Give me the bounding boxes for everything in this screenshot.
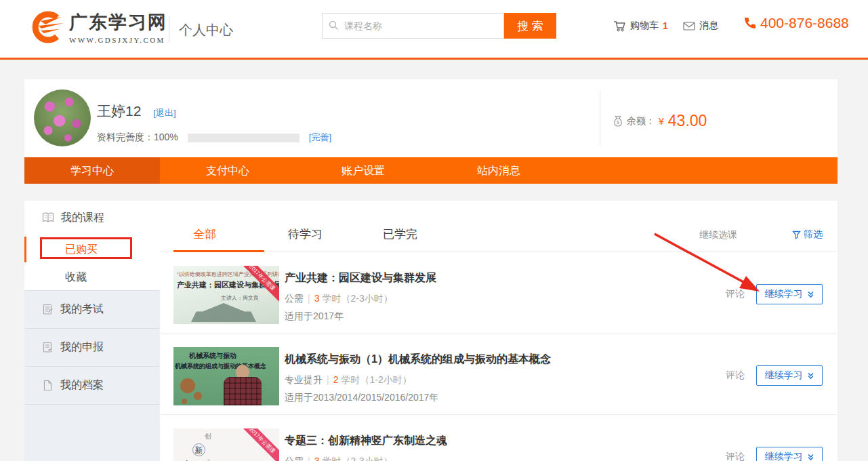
course-thumbnail[interactable]: “以供给侧改革推进跨区域产业共建”系列讲座六 产业共建：园区建设与集群发展 主讲… — [173, 266, 279, 324]
sidebar-item-my-declarations[interactable]: 我的申报 — [24, 328, 160, 366]
content-panel: 全部 待学习 已学完 继续选课 筛选 “以供给侧改革推进跨区域产业共建”系列讲座… — [160, 201, 838, 461]
search-bar: 搜 索 — [322, 13, 556, 39]
sidebar-item-my-exams[interactable]: 我的考试 — [24, 290, 160, 328]
site-logo[interactable]: 广东学习网 WWW.GDSJXJY.COM — [27, 10, 167, 44]
logo-title: 广东学习网 — [69, 10, 167, 35]
profile-completeness-label: 资料完善度：100% — [97, 132, 178, 144]
exam-icon — [42, 304, 54, 315]
balance-currency: ¥ — [659, 116, 664, 127]
user-card: 王婷12 [退出] 资料完善度：100% [完善] $ 余额： ¥ 43.00 — [24, 79, 838, 157]
course-category: 公需 — [285, 293, 304, 304]
course-hours: 2 — [333, 374, 339, 385]
search-button[interactable]: 搜 索 — [504, 13, 556, 39]
corner-ribbon: 2017年公需课 — [232, 428, 279, 461]
double-chevron-down-icon — [807, 454, 814, 461]
course-meta: 公需|3学时（2-3小时） — [285, 293, 393, 305]
cart-icon — [613, 20, 626, 32]
logo-subtitle: WWW.GDSJXJY.COM — [69, 36, 167, 44]
sidebar-item-label: 我的申报 — [60, 340, 104, 355]
continue-learning-button[interactable]: 继续学习 — [756, 447, 823, 461]
service-phone: 400-876-8688 — [743, 15, 849, 31]
balance-amount: 43.00 — [668, 112, 707, 130]
balance-label: 余额： — [627, 115, 655, 127]
building-graphic — [191, 303, 256, 322]
course-category: 公需 — [285, 456, 304, 461]
page-title: 个人中心 — [179, 21, 233, 39]
avatar[interactable] — [34, 89, 91, 146]
double-chevron-down-icon — [807, 372, 814, 380]
cart-link[interactable]: 购物车 1 — [613, 20, 668, 32]
decorative-circle — [194, 392, 202, 400]
course-row: “以供给侧改革推进跨区域产业共建”系列讲座六 产业共建：园区建设与集群发展 主讲… — [160, 252, 838, 334]
search-icon — [329, 20, 339, 31]
filter-link[interactable]: 筛选 — [792, 228, 823, 241]
primary-nav: 学习中心 支付中心 账户设置 站内消息 — [24, 157, 838, 184]
continue-learning-button[interactable]: 继续学习 — [756, 284, 823, 304]
envelope-icon — [683, 22, 695, 31]
money-bag-icon: $ — [613, 115, 623, 127]
course-title[interactable]: 专题三：创新精神竖广东制造之魂 — [285, 434, 447, 448]
course-applicable-years: 适用于2017年 — [285, 310, 344, 323]
sidebar-item-label: 我的档案 — [60, 378, 104, 393]
svg-text:$: $ — [617, 120, 619, 125]
course-thumbnail[interactable]: 创 新 精 广东制造之魂 2017年公需课 — [173, 428, 279, 461]
messages-label: 消息 — [699, 20, 718, 32]
phone-icon — [743, 16, 758, 31]
sidebar-item-my-archives[interactable]: 我的档案 — [24, 366, 160, 404]
course-meta: 专业提升|2学时（1-2小时） — [285, 374, 412, 386]
sidebar: 我的课程 已购买 收藏 我的考试 我的申报 我的档案 — [24, 201, 160, 461]
search-input[interactable] — [323, 14, 503, 38]
course-title[interactable]: 产业共建：园区建设与集群发展 — [285, 271, 436, 285]
sidebar-item-label: 我的考试 — [60, 302, 104, 317]
tab-finished[interactable]: 已学完 — [383, 226, 417, 242]
sidebar-item-label: 我的课程 — [61, 211, 104, 225]
list-check-icon — [42, 342, 54, 353]
course-hours: 3 — [314, 456, 320, 461]
logout-link[interactable]: [退出] — [153, 107, 175, 119]
double-chevron-down-icon — [807, 291, 814, 298]
course-tabbar: 全部 待学习 已学完 继续选课 筛选 — [160, 201, 838, 252]
sidebar-item-purchased[interactable]: 已购买 — [24, 235, 160, 264]
profile-progress-bar — [188, 134, 299, 142]
user-name: 王婷12 — [97, 102, 141, 121]
course-row: 机械系统与振动 机械系统的组成与振动的基本概念 机械系统与振动（1）机械系统的组… — [160, 334, 838, 415]
continue-select-link[interactable]: 继续选课 — [699, 229, 737, 241]
site-header: 广东学习网 WWW.GDSJXJY.COM 个人中心 搜 索 购物车 1 消息 — [0, 0, 868, 60]
nav-tab-payment-center[interactable]: 支付中心 — [160, 157, 295, 184]
phone-number: 400-876-8688 — [760, 15, 849, 31]
funnel-icon — [792, 230, 801, 239]
course-thumbnail[interactable]: 机械系统与振动 机械系统的组成与振动的基本概念 — [173, 347, 279, 405]
messages-link[interactable]: 消息 — [683, 20, 718, 32]
nav-tab-site-messages[interactable]: 站内消息 — [431, 157, 566, 184]
presenter-figure — [224, 377, 262, 405]
file-icon — [42, 380, 54, 391]
header-divider — [169, 16, 169, 42]
comment-link[interactable]: 评论 — [726, 369, 745, 382]
comment-link[interactable]: 评论 — [726, 288, 745, 300]
tab-to-learn[interactable]: 待学习 — [288, 226, 323, 242]
nav-tab-account-settings[interactable]: 账户设置 — [295, 157, 431, 184]
sidebar-item-my-courses[interactable]: 我的课程 — [24, 201, 160, 235]
course-category: 专业提升 — [285, 374, 323, 385]
tab-all[interactable]: 全部 — [193, 226, 216, 242]
course-list: “以供给侧改革推进跨区域产业共建”系列讲座六 产业共建：园区建设与集群发展 主讲… — [160, 252, 838, 461]
decorative-circle — [182, 399, 187, 404]
course-row: 创 新 精 广东制造之魂 2017年公需课 专题三：创新精神竖广东制造之魂 公需… — [160, 415, 838, 461]
continue-learning-button[interactable]: 继续学习 — [756, 365, 823, 386]
filter-label: 筛选 — [804, 228, 823, 241]
course-title[interactable]: 机械系统与振动（1）机械系统的组成与振动的基本概念 — [285, 353, 551, 367]
cart-count-badge: 1 — [663, 20, 668, 31]
logo-icon — [27, 10, 65, 44]
comment-link[interactable]: 评论 — [726, 451, 745, 461]
decorative-triangle — [201, 458, 217, 461]
user-card-divider — [600, 91, 600, 146]
sidebar-filler — [24, 404, 160, 461]
balance: $ 余额： ¥ 43.00 — [613, 112, 707, 130]
improve-profile-link[interactable]: [完善] — [309, 132, 331, 144]
book-icon — [42, 212, 54, 223]
sidebar-item-favorites[interactable]: 收藏 — [24, 264, 160, 290]
course-meta: 公需|3学时（2-3小时） — [285, 456, 393, 461]
nav-tab-learning-center[interactable]: 学习中心 — [24, 157, 160, 184]
course-applicable-years: 适用于2013/2014/2015/2016/2017年 — [285, 392, 438, 404]
cart-label: 购物车 — [630, 20, 659, 32]
